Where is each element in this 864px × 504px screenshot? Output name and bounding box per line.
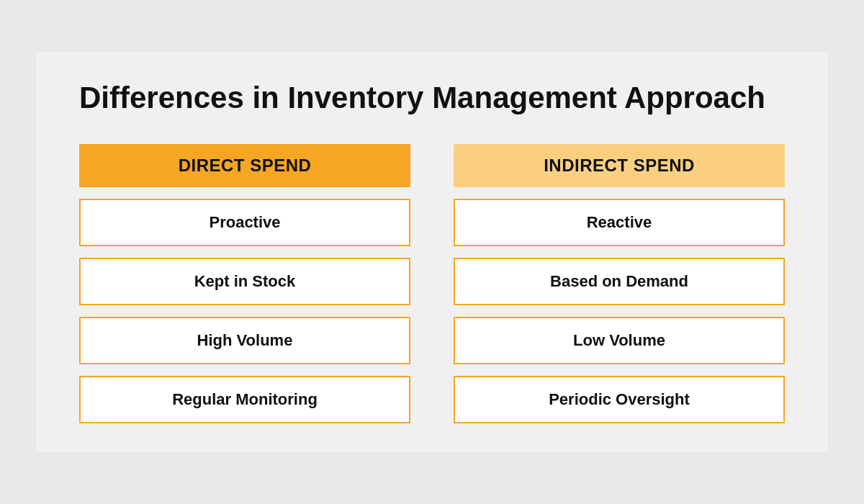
indirect-spend-column: INDIRECT SPEND Reactive Based on Demand … bbox=[454, 144, 785, 423]
indirect-item-3: Low Volume bbox=[454, 317, 785, 364]
indirect-item-4: Periodic Oversight bbox=[454, 376, 785, 423]
direct-spend-header: DIRECT SPEND bbox=[79, 144, 410, 187]
columns-wrapper: DIRECT SPEND Proactive Kept in Stock Hig… bbox=[79, 144, 785, 423]
indirect-item-1: Reactive bbox=[454, 199, 785, 246]
direct-spend-column: DIRECT SPEND Proactive Kept in Stock Hig… bbox=[79, 144, 410, 423]
indirect-spend-header: INDIRECT SPEND bbox=[454, 144, 785, 187]
main-container: Differences in Inventory Management Appr… bbox=[36, 52, 828, 452]
direct-item-1: Proactive bbox=[79, 199, 410, 246]
direct-item-2: Kept in Stock bbox=[79, 258, 410, 305]
page-title: Differences in Inventory Management Appr… bbox=[79, 81, 785, 115]
direct-item-3: High Volume bbox=[79, 317, 410, 364]
direct-item-4: Regular Monitoring bbox=[79, 376, 410, 423]
indirect-item-2: Based on Demand bbox=[454, 258, 785, 305]
